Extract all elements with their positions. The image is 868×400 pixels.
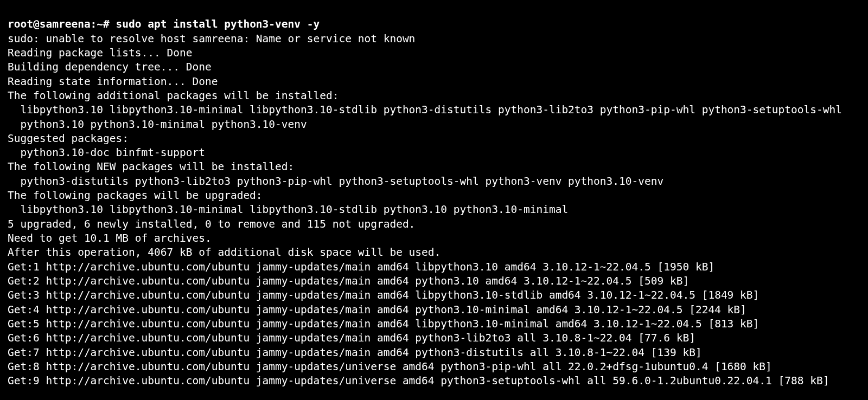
output-line: Need to get 10.1 MB of archives. bbox=[8, 231, 860, 246]
output-line: python3.10-doc binfmt-support bbox=[8, 146, 860, 160]
output-line: Building dependency tree... Done bbox=[8, 60, 860, 74]
output-line: libpython3.10 libpython3.10-minimal libp… bbox=[8, 203, 860, 217]
terminal-output[interactable]: root@samreena:~# sudo apt install python… bbox=[0, 0, 868, 400]
output-line: Reading state information... Done bbox=[8, 75, 860, 89]
output-line: The following NEW packages will be insta… bbox=[8, 160, 860, 174]
output-line: python3-distutils python3-lib2to3 python… bbox=[8, 175, 860, 189]
output-line: After this operation, 4067 kB of additio… bbox=[8, 246, 860, 260]
output-line: The following additional packages will b… bbox=[8, 89, 860, 103]
output-line: Get:2 http://archive.ubuntu.com/ubuntu j… bbox=[8, 274, 860, 288]
output-line: Get:7 http://archive.ubuntu.com/ubuntu j… bbox=[8, 346, 860, 360]
output-line: libpython3.10 libpython3.10-minimal libp… bbox=[8, 103, 860, 117]
output-line: Get:1 http://archive.ubuntu.com/ubuntu j… bbox=[8, 260, 860, 274]
output-line: python3.10 python3.10-minimal python3.10… bbox=[8, 118, 860, 132]
shell-prompt: root@samreena:~# bbox=[8, 18, 116, 30]
output-line: Get:9 http://archive.ubuntu.com/ubuntu j… bbox=[8, 374, 860, 388]
output-line: Get:5 http://archive.ubuntu.com/ubuntu j… bbox=[8, 317, 860, 331]
output-line: Get:4 http://archive.ubuntu.com/ubuntu j… bbox=[8, 303, 860, 317]
output-line: Suggested packages: bbox=[8, 132, 860, 146]
output-line: Get:8 http://archive.ubuntu.com/ubuntu j… bbox=[8, 360, 860, 374]
output-line: The following packages will be upgraded: bbox=[8, 189, 860, 203]
command-line: root@samreena:~# sudo apt install python… bbox=[8, 17, 860, 31]
output-line: Get:6 http://archive.ubuntu.com/ubuntu j… bbox=[8, 331, 860, 345]
output-line: Reading package lists... Done bbox=[8, 46, 860, 60]
output-line: Get:3 http://archive.ubuntu.com/ubuntu j… bbox=[8, 288, 860, 302]
output-line: sudo: unable to resolve host samreena: N… bbox=[8, 32, 860, 46]
output-line: 5 upgraded, 6 newly installed, 0 to remo… bbox=[8, 217, 860, 231]
typed-command: sudo apt install python3-venv -y bbox=[116, 18, 320, 30]
